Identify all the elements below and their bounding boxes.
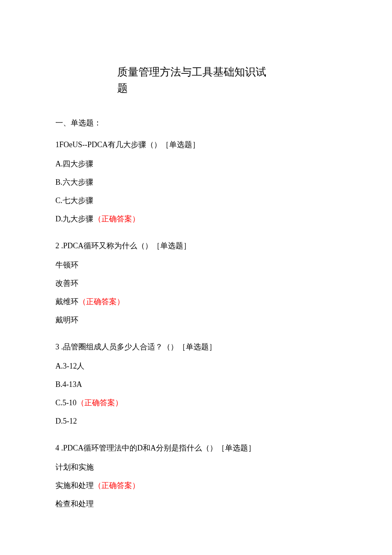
title-line-2: 题	[117, 80, 271, 96]
option-text: A.3-12人	[55, 362, 85, 370]
option-text: A.四大步骤	[55, 160, 94, 168]
document-title: 质量管理方法与工具基础知识试 题	[117, 64, 271, 96]
option-text: 实施和处理	[55, 481, 94, 490]
section-header: 一、单选题：	[55, 117, 341, 129]
option: B.六大步骤	[55, 177, 341, 188]
option: A.3-12人	[55, 360, 341, 372]
correct-marker: （正确答案）	[78, 297, 124, 306]
option: 实施和处理（正确答案）	[55, 480, 341, 491]
option-text: 牛顿环	[55, 261, 78, 269]
option: C.5-10（正确答案）	[55, 397, 341, 409]
option: 计划和实施	[55, 462, 341, 473]
option-text: C.5-10	[55, 398, 77, 407]
question-block: 3 .品管圈组成人员多少人合适？（）［单选题］ A.3-12人 B.4-13A …	[55, 341, 341, 427]
document-page: 质量管理方法与工具基础知识试 题 一、单选题： 1FOeUS--PDCA有几大步…	[0, 0, 392, 555]
option-text: 计划和实施	[55, 463, 94, 471]
option: 检查和处理	[55, 498, 341, 510]
option: 牛顿环	[55, 259, 341, 271]
correct-marker: （正确答案）	[94, 215, 140, 223]
correct-marker: （正确答案）	[77, 398, 123, 407]
option-text: 检查和处理	[55, 500, 94, 508]
option: D.5-12	[55, 416, 341, 427]
question-block: 2 .PDCA循环又称为什么（）［单选题］ 牛顿环 改善环 戴维环（正确答案） …	[55, 240, 341, 326]
option: C.七大步骤	[55, 195, 341, 206]
option: 改善环	[55, 278, 341, 289]
question-stem: 3 .品管圈组成人员多少人合适？（）［单选题］	[55, 341, 341, 353]
question-block: 1FOeUS--PDCA有几大步骤（）［单选题］ A.四大步骤 B.六大步骤 C…	[55, 139, 341, 225]
option-text: B.六大步骤	[55, 178, 93, 186]
question-stem: 4 .PDCA循环管理法中的D和A分别是指什么（）［单选题］	[55, 442, 341, 454]
question-stem: 2 .PDCA循环又称为什么（）［单选题］	[55, 240, 341, 252]
option-text: 戴维环	[55, 297, 78, 306]
option: D.九大步骤（正确答案）	[55, 213, 341, 225]
option-text: 戴明环	[55, 316, 78, 324]
option-text: D.九大步骤	[55, 215, 94, 223]
option-text: D.5-12	[55, 417, 77, 425]
title-line-1: 质量管理方法与工具基础知识试	[117, 64, 271, 80]
option: A.四大步骤	[55, 158, 341, 170]
option-text: 改善环	[55, 279, 78, 288]
option: B.4-13A	[55, 379, 341, 390]
correct-marker: （正确答案）	[94, 481, 140, 490]
option-text: C.七大步骤	[55, 196, 93, 205]
option: 戴维环（正确答案）	[55, 296, 341, 308]
question-stem: 1FOeUS--PDCA有几大步骤（）［单选题］	[55, 139, 341, 151]
option: 戴明环	[55, 314, 341, 326]
option-text: B.4-13A	[55, 380, 82, 389]
question-block: 4 .PDCA循环管理法中的D和A分别是指什么（）［单选题］ 计划和实施 实施和…	[55, 442, 341, 510]
